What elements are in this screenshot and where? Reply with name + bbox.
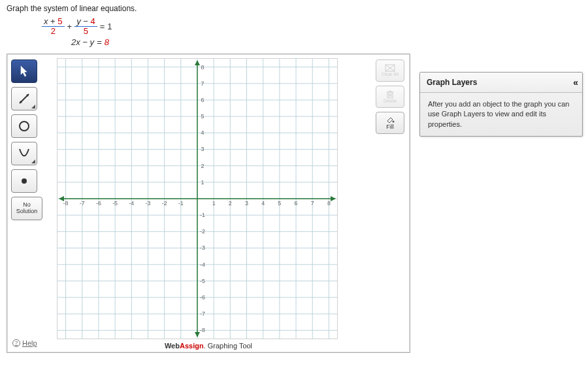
graph-layers-title: Graph Layers xyxy=(427,78,477,87)
svg-point-3 xyxy=(20,122,29,131)
svg-text:-4: -4 xyxy=(200,261,205,268)
svg-text:-7: -7 xyxy=(200,310,205,317)
point-tool[interactable] xyxy=(11,169,37,193)
svg-text:5: 5 xyxy=(201,113,204,120)
graph-layers-panel: Graph Layers « After you add an object t… xyxy=(419,72,583,137)
tool-palette: No Solution xyxy=(11,59,50,220)
svg-text:7: 7 xyxy=(201,80,204,87)
pointer-tool[interactable] xyxy=(11,59,37,83)
svg-text:1: 1 xyxy=(212,200,216,207)
brand-footer: WebAssign. Graphing Tool xyxy=(7,342,410,350)
svg-text:3: 3 xyxy=(201,146,204,152)
eq1-rhs: 1 xyxy=(107,22,112,31)
svg-text:-1: -1 xyxy=(200,212,205,218)
parabola-icon xyxy=(18,147,31,160)
circle-tool[interactable] xyxy=(11,114,37,138)
equation-2: 2x − y = 8 xyxy=(71,38,581,47)
svg-text:5: 5 xyxy=(278,200,281,207)
coordinate-grid: 1-11-12-22-23-33-34-44-45-55-56-66-67-77… xyxy=(57,59,337,339)
svg-text:2: 2 xyxy=(201,163,204,169)
svg-text:8: 8 xyxy=(201,63,204,70)
pointer-icon xyxy=(20,65,29,77)
svg-text:-8: -8 xyxy=(63,200,69,207)
no-solution-label-2: Solution xyxy=(16,208,38,215)
clear-icon xyxy=(385,64,395,72)
delete-button[interactable]: Delete xyxy=(376,86,404,108)
fraction-2: y − 4 5 xyxy=(74,17,97,37)
svg-point-86 xyxy=(393,120,395,122)
svg-text:6: 6 xyxy=(295,200,298,207)
clear-label: Clear All xyxy=(382,72,399,76)
graph-canvas[interactable]: 1-11-12-22-23-33-34-44-45-55-56-66-67-77… xyxy=(57,58,338,339)
svg-text:-6: -6 xyxy=(96,200,101,207)
svg-text:4: 4 xyxy=(201,129,204,136)
equation-block: x + 5 2 + y − 4 5 = 1 2x − y = 8 xyxy=(42,17,581,47)
fill-icon xyxy=(385,116,395,124)
equation-1: x + 5 2 + y − 4 5 = 1 xyxy=(42,17,581,37)
eq1-const-5: 5 xyxy=(57,16,62,26)
svg-marker-44 xyxy=(331,196,336,201)
action-palette: Clear All Delete Fill xyxy=(374,59,406,134)
eq1-const-4: 4 xyxy=(90,16,95,26)
svg-text:-4: -4 xyxy=(129,200,134,207)
line-tool[interactable] xyxy=(11,87,37,110)
fraction-1: x + 5 2 xyxy=(42,17,65,37)
svg-text:-2: -2 xyxy=(162,200,167,207)
eq1-den-5: 5 xyxy=(82,27,90,36)
svg-text:8: 8 xyxy=(327,200,331,207)
svg-text:-8: -8 xyxy=(200,327,205,333)
svg-text:6: 6 xyxy=(201,97,204,103)
no-solution-tool[interactable]: No Solution xyxy=(11,197,42,220)
svg-text:3: 3 xyxy=(245,200,248,207)
problem-area: Graph the system of linear equations. x … xyxy=(0,0,588,51)
circle-icon xyxy=(18,120,31,133)
svg-text:-2: -2 xyxy=(200,228,205,235)
svg-text:-5: -5 xyxy=(112,200,118,207)
point-icon xyxy=(21,178,27,184)
svg-text:-5: -5 xyxy=(200,278,205,284)
svg-text:-1: -1 xyxy=(178,200,184,207)
expand-icon xyxy=(31,105,35,108)
svg-text:-7: -7 xyxy=(80,200,85,207)
parabola-tool[interactable] xyxy=(11,142,37,165)
graph-layers-body: After you add an object to the graph you… xyxy=(420,93,582,136)
svg-text:-3: -3 xyxy=(145,200,150,207)
collapse-icon[interactable]: « xyxy=(573,77,576,88)
svg-text:7: 7 xyxy=(311,200,314,207)
eq2-rhs: 8 xyxy=(105,38,109,47)
line-icon xyxy=(18,92,31,105)
eq2-lhs: 2x − y xyxy=(71,38,94,47)
svg-marker-41 xyxy=(195,60,200,65)
graph-layers-header: Graph Layers « xyxy=(420,73,582,93)
fill-button[interactable]: Fill xyxy=(376,112,404,134)
delete-label: Delete xyxy=(384,99,397,103)
svg-text:1: 1 xyxy=(201,179,204,186)
trash-icon xyxy=(385,90,395,99)
clear-all-button[interactable]: Clear All xyxy=(376,59,404,82)
fill-label: Fill xyxy=(386,124,394,130)
eq1-den-2: 2 xyxy=(49,27,57,36)
svg-text:-6: -6 xyxy=(200,294,205,301)
svg-marker-42 xyxy=(195,332,200,337)
svg-text:4: 4 xyxy=(261,200,265,207)
svg-text:2: 2 xyxy=(229,200,232,207)
svg-text:-3: -3 xyxy=(200,244,205,251)
problem-instruction: Graph the system of linear equations. xyxy=(7,4,581,13)
graphing-tool-app: No Solution ? Help 1-11-12-22-23-33-34-4… xyxy=(7,54,410,353)
expand-icon xyxy=(31,159,35,163)
svg-point-4 xyxy=(22,178,27,184)
